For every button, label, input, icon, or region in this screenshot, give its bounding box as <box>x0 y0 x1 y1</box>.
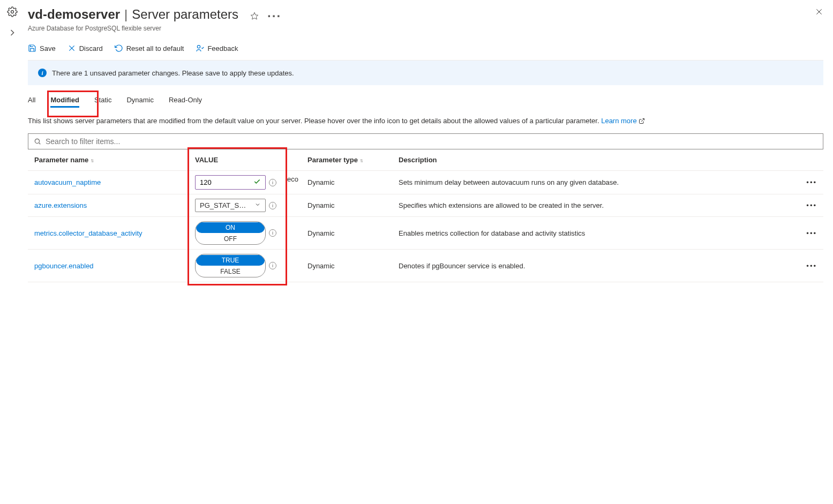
value-text-input[interactable] <box>200 178 243 186</box>
truncated-text-overlay: eco <box>287 175 298 183</box>
info-icon[interactable]: i <box>269 179 276 186</box>
row-more-icon[interactable]: ••• <box>797 250 823 282</box>
col-parameter-name[interactable]: Parameter name ↑↓ <box>28 149 189 171</box>
tab-dynamic[interactable]: Dynamic <box>126 96 154 108</box>
param-link[interactable]: metrics.collector_database_activity <box>34 229 142 237</box>
row-more-icon[interactable]: ••• <box>797 217 823 250</box>
col-description[interactable]: Description <box>392 149 797 171</box>
param-link[interactable]: azure.extensions <box>34 201 87 209</box>
param-type: Dynamic <box>301 250 392 282</box>
svg-point-8 <box>35 139 39 144</box>
chevron-down-icon <box>254 201 261 209</box>
param-link[interactable]: pgbouncer.enabled <box>34 262 94 270</box>
feedback-button[interactable]: Feedback <box>196 44 238 52</box>
page-section: Server parameters <box>132 7 238 22</box>
tab-readonly[interactable]: Read-Only <box>169 96 202 108</box>
search-icon <box>34 138 41 145</box>
param-desc: Sets minimum delay between autovacuum ru… <box>392 171 797 194</box>
tab-modified[interactable]: Modified <box>50 96 79 108</box>
tab-static[interactable]: Static <box>94 96 112 108</box>
tab-description: This list shows server parameters that a… <box>28 116 823 126</box>
table-row: pgbouncer.enabled TRUE FALSE i Dynamic <box>28 250 823 282</box>
param-type: Dynamic <box>301 194 392 217</box>
close-icon[interactable] <box>815 7 823 18</box>
param-desc: Enables metrics collection for database … <box>392 217 797 250</box>
param-desc: Denotes if pgBouncer service is enabled. <box>392 250 797 282</box>
page-subtitle: Azure Database for PostgreSQL flexible s… <box>28 25 823 32</box>
svg-line-7 <box>641 119 644 122</box>
table-row: azure.extensions PG_STAT_S… i <box>28 194 823 217</box>
tabs: All Modified Static Dynamic Read-Only <box>28 85 823 113</box>
discard-button[interactable]: Discard <box>67 44 103 52</box>
info-icon[interactable]: i <box>269 202 276 209</box>
svg-point-6 <box>198 46 200 48</box>
svg-point-0 <box>11 11 14 13</box>
param-desc: Specifies which extensions are allowed t… <box>392 194 797 217</box>
col-parameter-type[interactable]: Parameter type ↑↓ <box>301 149 392 171</box>
reset-button[interactable]: Reset all to default <box>115 44 184 52</box>
search-input[interactable] <box>46 137 817 146</box>
command-bar: Save Discard Reset all to default Feedba… <box>28 35 823 61</box>
info-icon[interactable]: i <box>269 262 276 269</box>
more-icon[interactable]: ··· <box>267 9 281 24</box>
page-title: vd-demoserver | Server parameters ··· <box>28 5 823 24</box>
star-icon[interactable] <box>250 9 259 24</box>
svg-line-9 <box>39 143 41 145</box>
save-button[interactable]: Save <box>28 44 56 52</box>
search-box[interactable] <box>28 133 823 149</box>
value-toggle[interactable]: TRUE FALSE <box>195 254 266 277</box>
row-more-icon[interactable]: ••• <box>797 194 823 217</box>
row-more-icon[interactable]: ••• <box>797 171 823 194</box>
param-link[interactable]: autovacuum_naptime <box>34 178 101 186</box>
resource-name: vd-demoserver <box>28 7 120 22</box>
value-input[interactable] <box>195 175 266 190</box>
svg-marker-3 <box>251 12 258 19</box>
value-toggle[interactable]: ON OFF <box>195 221 266 245</box>
col-value[interactable]: VALUE <box>189 149 301 171</box>
unsaved-changes-banner: i There are 1 unsaved parameter changes.… <box>28 61 823 85</box>
info-icon: i <box>38 69 47 77</box>
tab-all[interactable]: All <box>28 96 35 108</box>
learn-more-link[interactable]: Learn more <box>601 117 645 125</box>
banner-text: There are 1 unsaved parameter changes. P… <box>52 69 294 77</box>
chevron-right-icon[interactable] <box>7 27 18 40</box>
param-type: Dynamic <box>301 171 392 194</box>
parameters-table: Parameter name ↑↓ VALUE Parameter type ↑… <box>28 149 823 282</box>
check-icon <box>253 178 261 187</box>
gear-icon <box>7 6 18 19</box>
param-type: Dynamic <box>301 217 392 250</box>
value-select[interactable]: PG_STAT_S… <box>195 199 266 212</box>
info-icon[interactable]: i <box>269 229 276 237</box>
table-row: metrics.collector_database_activity ON O… <box>28 217 823 250</box>
table-row: autovacuum_naptime i <box>28 171 823 194</box>
